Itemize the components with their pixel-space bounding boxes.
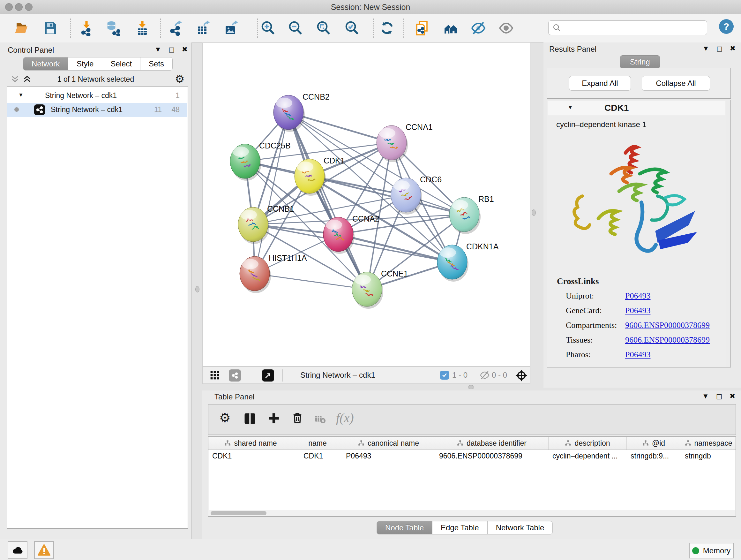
import-network-database-button[interactable] <box>105 20 122 37</box>
close-panel-icon[interactable]: ✖ <box>730 392 735 400</box>
column-header-namespace[interactable]: namespace <box>681 437 736 449</box>
toolbar-separator <box>373 18 374 38</box>
search-field[interactable] <box>548 20 707 35</box>
column-header-name[interactable]: name <box>293 437 342 449</box>
delete-columns-trash-icon[interactable] <box>291 411 304 424</box>
close-panel-icon[interactable]: ✖ <box>182 45 188 54</box>
edge-HIST1H1A-CCNE1[interactable] <box>255 273 367 289</box>
float-panel-icon[interactable]: ▼ <box>702 44 710 53</box>
zoom-out-button[interactable] <box>287 20 304 37</box>
table-cell[interactable]: CDK1 <box>208 449 293 462</box>
tab-edge-table[interactable]: Edge Table <box>432 521 488 535</box>
crosslink-value-link[interactable]: P06493 <box>625 306 650 315</box>
expand-all-button[interactable]: Expand All <box>569 76 631 91</box>
help-button[interactable]: ? <box>719 19 734 34</box>
tab-style[interactable]: Style <box>68 57 102 71</box>
maximize-panel-icon[interactable]: ◻ <box>717 44 723 53</box>
export-image-button[interactable] <box>223 20 239 37</box>
horizontal-splitter-handle[interactable] <box>468 385 474 389</box>
node-CCNE1[interactable]: CCNE1 <box>352 269 408 309</box>
node-CCNB1[interactable]: CCNB1 <box>238 204 294 244</box>
maximize-panel-icon[interactable]: ◻ <box>169 45 175 54</box>
tab-network[interactable]: Network <box>23 57 68 71</box>
table-cell[interactable]: cyclin–dependent ... <box>549 449 627 462</box>
table-cell[interactable]: P06493 <box>342 449 435 462</box>
column-header-database-identifier[interactable]: database identifier <box>435 437 549 449</box>
hide-selected-button[interactable] <box>470 20 487 37</box>
create-column-plus-icon[interactable] <box>267 412 280 425</box>
float-panel-icon[interactable]: ▼ <box>702 392 709 400</box>
memory-button[interactable]: Memory <box>689 543 734 558</box>
column-header-canonical-name[interactable]: canonical name <box>342 437 435 449</box>
table-cell[interactable]: 9606.ENSP00000378699 <box>435 449 549 462</box>
column-header-shared-name[interactable]: shared name <box>208 437 293 449</box>
maximize-panel-icon[interactable]: ◻ <box>716 392 723 401</box>
crosslink-value-link[interactable]: 9606.ENSP00000378699 <box>625 320 710 330</box>
zoom-in-button[interactable] <box>260 20 276 37</box>
collapse-arrow-icon[interactable]: ▼ <box>18 92 23 98</box>
pan-crosshair-icon[interactable] <box>515 369 528 382</box>
table-horizontal-scrollbar[interactable] <box>209 510 735 516</box>
clone-network-button[interactable] <box>414 20 430 37</box>
table-options-gear-icon[interactable]: ⚙ <box>219 410 231 425</box>
selected-nodes-checkbox-icon[interactable] <box>440 371 449 380</box>
warnings-button[interactable] <box>34 541 54 559</box>
network-canvas[interactable]: CCNB2CCNA1CDC25BCDK1CDC6RB1CCNB1CCNA2CDK… <box>202 43 530 367</box>
table-cell[interactable]: stringdb <box>681 449 736 462</box>
crosslink-value-link[interactable]: P06493 <box>625 350 650 360</box>
crosslink-value-link[interactable]: P06493 <box>625 291 650 301</box>
node-table[interactable]: shared namenamecanonical namedatabase id… <box>208 436 736 516</box>
vertical-splitter-handle[interactable] <box>195 286 199 293</box>
network-collection-row[interactable]: ▼ String Network – cdk1 1 <box>7 89 187 103</box>
crosslink-label: Pharos: <box>566 350 591 360</box>
search-input[interactable] <box>564 22 702 33</box>
network-share-icon[interactable] <box>229 369 241 381</box>
export-table-button[interactable] <box>195 20 212 37</box>
edge-CCNB2-CCNE1[interactable] <box>288 112 367 289</box>
close-panel-icon[interactable]: ✖ <box>730 44 736 53</box>
node-CDC25B[interactable]: CDC25B <box>230 141 291 181</box>
edge-CCNB2-HIST1H1A[interactable] <box>255 112 288 273</box>
node-RB1[interactable]: RB1 <box>449 194 494 234</box>
table-cell[interactable]: stringdb:9... <box>627 449 681 462</box>
grid-view-icon[interactable] <box>210 370 220 380</box>
import-network-file-button[interactable] <box>78 20 95 37</box>
zoom-fit-button[interactable] <box>315 20 332 37</box>
cloud-button[interactable] <box>8 541 27 559</box>
node-CCNB2[interactable]: CCNB2 <box>273 92 330 132</box>
vertical-splitter-handle[interactable] <box>532 209 536 216</box>
node-CDK1[interactable]: CDK1 <box>294 156 345 196</box>
zoom-selected-button[interactable] <box>344 20 360 37</box>
result-entry-header[interactable]: ▼ CDK1 <box>548 101 725 116</box>
scrollbar-thumb[interactable] <box>211 511 266 515</box>
tab-string[interactable]: String <box>620 55 660 69</box>
network-graph[interactable]: CCNB2CCNA1CDC25BCDK1CDC6RB1CCNB1CCNA2CDK… <box>203 43 530 366</box>
open-session-button[interactable] <box>13 20 30 37</box>
birdseye-view-icon[interactable] <box>262 369 274 381</box>
refresh-button[interactable] <box>379 20 395 37</box>
show-columns-icon[interactable] <box>243 412 257 426</box>
tab-network-table[interactable]: Network Table <box>488 521 553 535</box>
tab-node-table[interactable]: Node Table <box>377 521 432 535</box>
node-CDKN1A[interactable]: CDKN1A <box>437 242 499 282</box>
network-options-gear-icon[interactable]: ⚙ <box>175 72 185 85</box>
float-panel-icon[interactable]: ▼ <box>154 45 161 54</box>
table-cell[interactable]: CDK1 <box>293 449 342 462</box>
collapse-all-button[interactable]: Collapse All <box>642 76 710 91</box>
show-all-button[interactable] <box>498 20 515 37</box>
tab-select[interactable]: Select <box>102 57 140 71</box>
export-network-button[interactable] <box>167 20 184 37</box>
column-header-description[interactable]: description <box>549 437 627 449</box>
collapse-arrow-icon[interactable]: ▼ <box>567 104 573 111</box>
tab-sets[interactable]: Sets <box>140 57 173 71</box>
first-neighbors-button[interactable] <box>443 20 459 37</box>
results-scrollbar[interactable] <box>726 100 731 367</box>
edge-CCNA2-CDKN1A[interactable] <box>338 234 452 262</box>
save-session-button[interactable] <box>42 20 59 37</box>
network-row-selected[interactable]: String Network – cdk1 11 48 <box>7 103 187 117</box>
column-header-@id[interactable]: @id <box>627 437 681 449</box>
node-CDC6[interactable]: CDC6 <box>391 175 442 214</box>
crosslink-value-link[interactable]: 9606.ENSP00000378699 <box>625 335 710 345</box>
import-table-button[interactable] <box>134 20 151 37</box>
node-HIST1H1A[interactable]: HIST1H1A <box>240 253 307 293</box>
